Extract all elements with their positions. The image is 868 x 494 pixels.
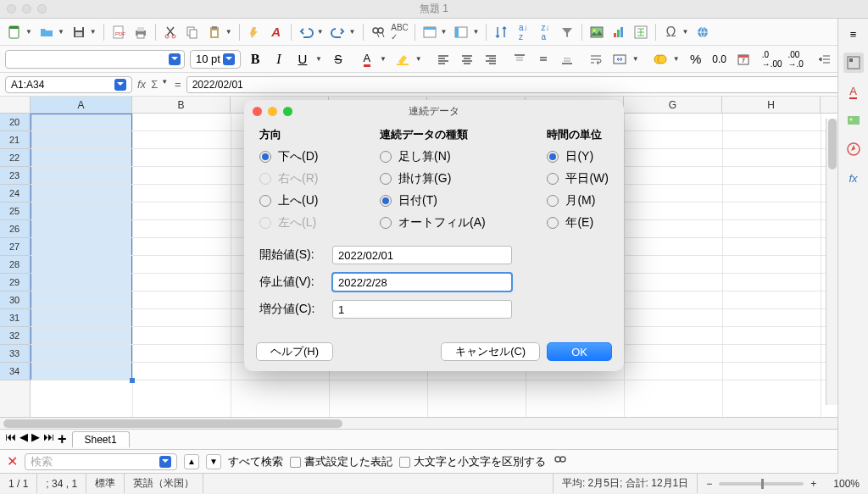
unit-month-radio[interactable]: 月(M) [547,193,609,208]
highlight-button[interactable] [393,50,412,69]
type-linear-radio[interactable]: 足し算(N) [380,149,486,164]
row-header[interactable]: 24 [0,185,30,203]
chevron-down-icon[interactable]: ▼ [682,28,688,36]
row-header[interactable]: 20 [0,114,30,131]
start-value-input[interactable] [332,246,512,264]
percent-button[interactable]: % [687,50,705,69]
properties-panel-icon[interactable] [843,53,864,73]
row-header[interactable]: 32 [0,327,30,345]
cut-button[interactable] [161,23,180,42]
function-wizard-button[interactable]: fx [137,78,146,91]
chevron-down-icon[interactable]: ▼ [415,55,422,63]
close-find-button[interactable]: ✕ [7,453,18,469]
chevron-down-icon[interactable]: ▼ [315,55,322,63]
special-char-button[interactable]: Ω [661,23,680,42]
equals-button[interactable]: = [175,78,181,91]
end-value-input[interactable] [332,273,512,291]
row-header[interactable]: 21 [0,131,30,149]
chevron-down-icon[interactable]: ▼ [161,78,168,91]
dialog-zoom-icon[interactable] [283,107,292,116]
find-all-button[interactable]: すべて検索 [228,454,283,469]
underline-button[interactable]: U [293,50,312,69]
type-growth-radio[interactable]: 掛け算(G) [380,171,486,186]
copy-button[interactable] [183,23,202,42]
hyperlink-button[interactable] [693,23,712,42]
export-pdf-button[interactable]: PDF [109,23,128,42]
column-header[interactable]: G [624,97,722,113]
chevron-down-icon[interactable]: ▼ [441,28,448,36]
find-next-button[interactable]: ▼ [206,454,221,469]
chevron-down-icon[interactable]: ▼ [90,28,97,36]
chevron-down-icon[interactable]: ▼ [472,28,479,36]
save-button[interactable] [70,23,88,42]
inc-indent-button[interactable] [815,50,834,69]
first-tab-button[interactable]: ⏮ [5,430,16,448]
direction-down-radio[interactable]: 下へ(D) [259,149,318,164]
row-header[interactable]: 27 [0,238,30,256]
zoom-slider[interactable] [719,482,804,486]
bold-button[interactable]: B [246,50,264,69]
chevron-down-icon[interactable] [169,53,181,65]
align-left-button[interactable] [434,50,453,69]
cell-reference-input[interactable]: A1:A34 [5,76,132,93]
row-header[interactable]: 29 [0,274,30,291]
autofilter-button[interactable] [558,23,576,42]
chevron-down-icon[interactable]: ▼ [225,28,232,36]
row-header[interactable]: 28 [0,256,30,274]
cell-style[interactable]: 標準 [86,474,125,493]
last-tab-button[interactable]: ⏭ [43,430,54,448]
chevron-down-icon[interactable] [114,79,126,91]
prev-tab-button[interactable]: ◀ [19,430,28,448]
number-format-button[interactable]: 0.0 [710,50,729,69]
dialog-close-icon[interactable] [253,107,262,116]
horizontal-scrollbar[interactable] [0,417,868,429]
clone-format-button[interactable] [245,23,264,42]
column-header[interactable]: B [132,97,231,113]
navigator-panel-icon[interactable] [843,139,864,159]
formula-input[interactable]: 2022/02/01 [186,76,846,93]
chevron-down-icon[interactable]: ▼ [380,55,387,63]
fill-handle[interactable] [130,378,135,383]
help-button[interactable]: ヘルプ(H) [256,342,333,361]
align-right-button[interactable] [481,50,500,69]
sort-button[interactable] [492,23,510,42]
font-color-button[interactable]: A [358,50,376,69]
type-date-radio[interactable]: 日付(T) [380,193,486,208]
sort-desc-button[interactable]: z↓a [536,23,554,42]
unit-year-radio[interactable]: 年(E) [547,215,609,230]
unit-day-radio[interactable]: 日(Y) [547,149,609,164]
image-button[interactable] [587,23,606,42]
font-size-combo[interactable]: 10 pt [190,50,241,69]
sheet-tab-1[interactable]: Sheet1 [72,431,130,447]
zoom-in-icon[interactable]: + [810,478,816,490]
column-header[interactable]: A [31,97,132,113]
inc-decimal-button[interactable]: .0→.00 [763,50,782,69]
row-header[interactable]: 34 [0,363,30,380]
undo-button[interactable] [297,23,315,42]
functions-panel-icon[interactable]: fx [843,168,864,188]
cancel-button[interactable]: キャンセル(C) [441,342,540,361]
minimize-window-icon[interactable] [22,4,31,14]
increment-input[interactable] [332,300,512,319]
zoom-window-icon[interactable] [37,4,47,14]
paste-button[interactable] [205,23,224,42]
dec-decimal-button[interactable]: .00→.0 [787,50,805,69]
row-header[interactable]: 22 [0,149,30,167]
unit-weekday-radio[interactable]: 平日(W) [547,171,609,186]
sum-button[interactable]: Σ [151,78,158,91]
close-window-icon[interactable] [7,4,16,14]
styles-panel-icon[interactable]: A [843,81,864,102]
binoculars-icon[interactable] [553,452,568,470]
row-header[interactable]: 31 [0,309,30,327]
language[interactable]: 英語（米国） [125,474,203,493]
find-input[interactable]: 検索 [25,453,177,470]
clear-format-button[interactable]: A [267,23,286,42]
valign-middle-button[interactable] [534,50,553,69]
date-format-button[interactable]: 7 [734,50,753,69]
align-center-button[interactable] [458,50,476,69]
new-doc-button[interactable] [5,23,24,42]
scrollbar-thumb[interactable] [3,419,342,428]
row-button[interactable] [420,23,439,42]
chevron-down-icon[interactable] [159,456,171,468]
type-autofill-radio[interactable]: オートフィル(A) [380,215,486,230]
